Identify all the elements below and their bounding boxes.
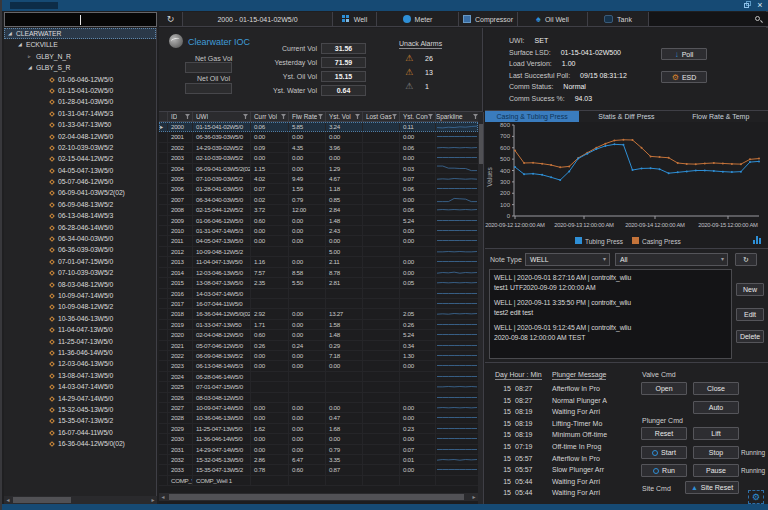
grid-col-UWI[interactable]: UWI — [193, 112, 251, 121]
tree-item[interactable]: 10-36-046-13W5/0 — [4, 313, 156, 324]
grid-row[interactable]: 2019 01-33-047-13W50 1.71 0.00 1.58 0.26 — [159, 320, 478, 330]
note-filter-dropdown[interactable]: All▾ — [615, 253, 728, 266]
chart-tab-casing-tubing-press[interactable]: Casing & Tubing Press — [485, 111, 579, 122]
grid-row[interactable]: 2020 02-04-048-12W5/0 0.60 0.00 1.48 5.2… — [159, 330, 478, 340]
valve-auto-button[interactable]: Auto — [693, 401, 739, 414]
grid-row[interactable]: 2001 06-36-039-03W5/0 0.00 0.00 0.00 0.0… — [159, 132, 478, 142]
tree-item[interactable]: 05-07-046-12W5/0 — [4, 176, 156, 187]
tree-item[interactable]: 01-33-047-13W50 — [4, 119, 156, 130]
tree-item[interactable]: 06-13-048-14W5/3 — [4, 210, 156, 221]
tree-item[interactable]: 06-09-048-13W5/2 — [4, 199, 156, 210]
tree-item[interactable]: ◢GLBY_S_R — [4, 62, 156, 73]
tab-meter[interactable]: Meter — [377, 12, 459, 26]
grid-row[interactable]: 2022 06-09-048-13W5/2 0.00 0.00 7.18 1.3… — [159, 351, 478, 361]
grid-row[interactable]: 2012 10-09-048-12W5/2 5.00 — [159, 247, 478, 257]
grid-row[interactable]: 2029 11-25-047-13W5/0 1.62 0.00 1.68 0.2… — [159, 424, 478, 434]
grid-row[interactable]: 2016 14-03-047-14W5/0 — [159, 289, 478, 299]
tree-item[interactable]: 14-03-047-14W5/0 — [4, 381, 156, 392]
grid-row[interactable]: 2032 15-32-045-13W5/0 2.86 6.47 3.35 0.0… — [159, 455, 478, 465]
new-note-button[interactable]: New — [736, 283, 764, 296]
tree-item[interactable]: 07-10-039-03W5/2 — [4, 267, 156, 278]
grid-col-Sparkline[interactable]: Sparkline — [436, 112, 478, 121]
grid-row[interactable]: 2013 11-04-047-13W5/0 1.16 0.00 2.11 0.0… — [159, 257, 478, 267]
grid-row[interactable]: 2009 01-06-046-12W5/0 0.60 0.00 1.48 5.2… — [159, 216, 478, 226]
tree-filter-input[interactable] — [4, 12, 157, 27]
tree-item[interactable]: 11-04-047-13W5/0 — [4, 324, 156, 335]
grid-col-Yst. Cond[interactable]: Yst. Cond — [400, 112, 436, 121]
grid-comp-row[interactable]: COMP_W COMP_Well 1 — [159, 476, 478, 486]
grid-row[interactable]: 2011 04-05-047-13W5/0 0.00 0.00 0.00 0.0… — [159, 236, 478, 246]
sidebar-hscrollbar[interactable]: ◄► — [4, 496, 157, 504]
note-item[interactable]: WELL | 2020-09-11 3:35:50 PM | controlfx… — [494, 298, 731, 317]
plunger-pause-button[interactable]: Pause — [693, 464, 739, 477]
tree-item[interactable]: 01-06-046-12W5/0 — [4, 74, 156, 85]
grid-row[interactable]: 2017 16-07-044-11W5/0 — [159, 299, 478, 309]
plunger-stop-button[interactable]: Stop — [693, 446, 739, 459]
esd-button[interactable]: ⚙ESD — [661, 71, 707, 83]
filter-icon[interactable] — [185, 114, 190, 119]
grid-col-indicator[interactable] — [159, 112, 168, 121]
grid-row[interactable]: 2018 16-36-044-12W5/0(02) 2.92 0.00 13.2… — [159, 309, 478, 319]
notes-list[interactable]: WELL | 2020-09-01 8:27:16 AM | controlfx… — [489, 269, 732, 359]
plunger-reset-button[interactable]: Reset — [641, 427, 687, 440]
tree-item[interactable]: 06-09-041-03W5/2(02) — [4, 187, 156, 198]
tree-item[interactable]: 10-09-047-14W5/0 — [4, 290, 156, 301]
grid-row[interactable]: ▸ 2000 01-15-041-02W5/0 0.06 5.85 3.24 0… — [159, 122, 478, 132]
tab-compressor[interactable]: Compressor — [459, 12, 518, 26]
grid-row[interactable]: 2008 02-15-044-12W5/2 3.72 12.00 2.84 0.… — [159, 205, 478, 215]
grid-row[interactable]: 2033 15-35-047-13W5/2 0.78 0.60 0.87 0.0… — [159, 465, 478, 475]
site-reset-button[interactable]: ▲Site Reset — [685, 481, 739, 494]
tree-item[interactable]: 11-36-046-14W5/0 — [4, 347, 156, 358]
refresh-icon[interactable]: ↻ — [159, 12, 183, 26]
tree-item[interactable]: 15-35-047-13W5/2 — [4, 415, 156, 426]
tree-item[interactable]: 04-05-047-13W5/0 — [4, 165, 156, 176]
tree-item[interactable]: 14-29-047-14W5/0 — [4, 393, 156, 404]
chart-tab-flow-rate-temp[interactable]: Flow Rate & Temp — [674, 111, 768, 122]
chart-tab-statis-diff-press[interactable]: Statis & Diff Press — [579, 111, 673, 122]
edit-note-button[interactable]: Edit — [736, 308, 764, 321]
tree-item[interactable]: ◢CLEARWATER — [4, 28, 156, 39]
grid-col-ID[interactable]: ID — [168, 112, 193, 121]
tab-well[interactable]: Well — [333, 12, 377, 26]
grid-row[interactable]: 2015 13-08-047-13W5/0 2.35 5.50 2.81 0.0… — [159, 278, 478, 288]
grid-row[interactable]: 2021 05-07-046-12W5/0 0.26 0.24 0.29 0.3… — [159, 341, 478, 351]
note-item[interactable]: WELL | 2020-09-01 9:12:45 AM | controlfx… — [494, 323, 731, 342]
plunger-start-button[interactable]: Start — [641, 446, 687, 459]
tree-item[interactable]: 02-10-039-03W5/2 — [4, 142, 156, 153]
tree-item[interactable]: 06-34-040-03W5/0 — [4, 233, 156, 244]
grid-row[interactable]: 2010 01-31-047-14W5/3 0.00 0.00 2.43 0.0… — [159, 226, 478, 236]
delete-note-button[interactable]: Delete — [736, 330, 764, 343]
tree-item[interactable]: 15-32-045-13W5/0 — [4, 404, 156, 415]
tree-item[interactable]: 08-03-048-12W5/0 — [4, 279, 156, 290]
notes-refresh-button[interactable]: ↻ — [735, 253, 757, 266]
grid-row[interactable]: 2031 14-29-047-14W5/0 0.00 0.00 0.79 0.0… — [159, 445, 478, 455]
filter-icon[interactable] — [392, 114, 397, 119]
filter-icon[interactable] — [318, 114, 323, 119]
grid-col-Lost Gas[interactable]: Lost Gas — [363, 112, 400, 121]
tree-item[interactable]: 07-01-047-15W5/0 — [4, 256, 156, 267]
grid-row[interactable]: 2004 06-09-041-03W5/2(02) 1.15 0.00 1.29… — [159, 164, 478, 174]
grid-vscrollbar[interactable] — [478, 112, 484, 504]
settings-gear-icon[interactable]: ⚙ — [748, 490, 764, 504]
well-selector-dropdown[interactable]: 2000 - 01-15-041-02W5/0 — [183, 12, 333, 26]
valve-open-button[interactable]: Open — [641, 382, 687, 395]
tree-item[interactable]: 13-08-047-13W5/0 — [4, 370, 156, 381]
tree-item[interactable]: 02-04-048-12W5/0 — [4, 131, 156, 142]
tree-item[interactable]: ▹GLBY_N_R — [4, 51, 156, 62]
tree-item[interactable]: ◢ECKVILLE — [4, 39, 156, 50]
tree-item[interactable]: 02-15-044-12W5/2 — [4, 153, 156, 164]
grid-row[interactable]: 2007 06-34-040-03W5/0 0.02 0.79 0.85 0.0… — [159, 195, 478, 205]
tree-item[interactable]: 06-36-039-03W5/0 — [4, 244, 156, 255]
note-item[interactable]: WELL | 2020-09-01 8:27:16 AM | controlfx… — [494, 273, 731, 292]
restore-icon[interactable] — [742, 1, 752, 10]
tree-item[interactable]: 11-25-047-13W5/0 — [4, 336, 156, 347]
tree-item[interactable]: 16-07-044-11W5/0 — [4, 427, 156, 438]
tree-item[interactable]: 12-03-046-13W5/0 — [4, 358, 156, 369]
note-type-dropdown[interactable]: WELL▾ — [525, 253, 610, 266]
grid-row[interactable]: 2005 07-10-039-03W5/2 4.02 9.49 4.67 0.0… — [159, 174, 478, 184]
tree-item[interactable]: 06-28-046-14W5/0 — [4, 222, 156, 233]
grid-col-Yst. Vol[interactable]: Yst. Vol — [326, 112, 363, 121]
filter-icon[interactable] — [281, 114, 286, 119]
chart-options-icon[interactable] — [753, 236, 761, 244]
grid-col-Flw Rate[interactable]: Flw Rate — [289, 112, 326, 121]
